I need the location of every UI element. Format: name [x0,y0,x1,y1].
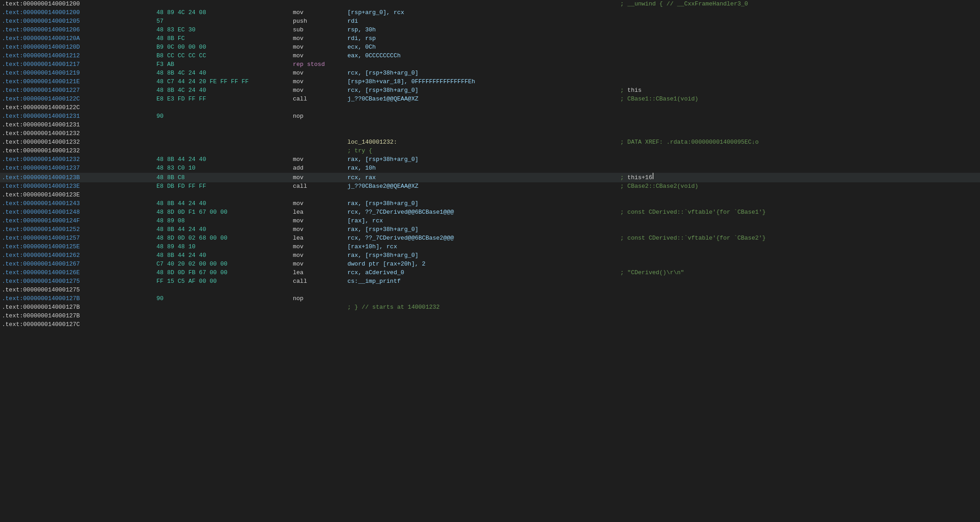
operands: rsp, 30h [347,26,620,35]
address: .text:000000014000122C [2,95,156,104]
mnemonic: mov [293,243,347,251]
operands: [rsp+38h+var_18], 0FFFFFFFFFFFFFFFEh [347,78,620,86]
table-row[interactable]: .text:000000014000127B [0,312,980,321]
table-row[interactable]: .text:000000014000121E48 C7 44 24 20 FE … [0,78,980,86]
comment: ; CBase2::CBase2(void) [620,182,699,191]
operands: dword ptr [rax+20h], 2 [347,260,620,269]
bytes: B9 0C 00 00 00 [156,43,293,52]
comment: ; const CDerived::`vftable'{for `CBase1'… [620,208,766,217]
table-row[interactable]: .text:0000000140001232loc_140001232:; DA… [0,138,980,147]
operands: rax, [rsp+38h+arg_0] [347,156,620,164]
table-row[interactable]: .text:000000014000123E [0,191,980,200]
mnemonic: nop [293,112,347,121]
bytes: 57 [156,17,293,26]
table-row[interactable]: .text:000000014000120DB9 0C 00 00 00move… [0,43,980,52]
mnemonic: mov [293,35,347,43]
table-row[interactable]: .text:0000000140001275 [0,286,980,295]
address: .text:0000000140001248 [2,208,156,217]
operands: ; } // starts at 140001232 [347,303,620,312]
table-row[interactable]: .text:000000014000124348 8B 44 24 40movr… [0,200,980,208]
table-row[interactable]: .text:0000000140001217F3 ABrep stosd [0,60,980,69]
disassembly-view[interactable]: .text:0000000140001200; __unwind { // __… [0,0,980,522]
address: .text:0000000140001252 [2,226,156,234]
table-row[interactable]: .text:0000000140001275FF 15 C5 AF 00 00c… [0,277,980,286]
table-row[interactable]: .text:000000014000122748 8B 4C 24 40movr… [0,86,980,95]
address: .text:0000000140001217 [2,60,156,69]
mnemonic: sub [293,26,347,35]
operands: j_??0CBase2@@QEAA@XZ [347,182,620,191]
operands: rcx, [rsp+38h+arg_0] [347,86,620,95]
operands: rax, 10h [347,164,620,173]
table-row[interactable]: .text:000000014000127C [0,321,980,329]
operands: ecx, 0Ch [347,43,620,52]
address: .text:000000014000126E [2,269,156,277]
address: .text:000000014000121E [2,78,156,86]
address: .text:0000000140001231 [2,112,156,121]
table-row[interactable]: .text:000000014000125E48 89 48 10mov[rax… [0,243,980,251]
table-row[interactable]: .text:000000014000125748 8D 0D 02 68 00 … [0,234,980,243]
comment: ; "CDerived()\r\n" [620,269,684,277]
address: .text:000000014000127B [2,312,156,321]
table-row[interactable]: .text:000000014000123748 83 C0 10addrax,… [0,164,980,173]
table-row[interactable]: .text:000000014000123EE8 DB FD FF FFcall… [0,182,980,191]
address: .text:000000014000120A [2,35,156,43]
address: .text:000000014000124F [2,217,156,226]
table-row[interactable]: .text:000000014000127B90nop [0,295,980,303]
table-row[interactable]: .text:0000000140001267C7 40 20 02 00 00 … [0,260,980,269]
bytes: 90 [156,112,293,121]
operands: rcx, ??_7CDerived@@6BCBase1@@@ [347,208,620,217]
address: .text:0000000140001219 [2,69,156,78]
comment: ; DATA XREF: .rdata:000000001400095EC↓o [620,138,759,147]
mnemonic: call [293,277,347,286]
address: .text:0000000140001237 [2,164,156,173]
table-row[interactable]: .text:0000000140001212B8 CC CC CC CCmove… [0,52,980,60]
table-row[interactable]: .text:000000014000123B48 8B C8movrcx, ra… [0,173,980,182]
table-row[interactable]: .text:000000014000120A48 8B FCmovrdi, rs… [0,35,980,43]
table-row[interactable]: .text:0000000140001200; __unwind { // __… [0,0,980,9]
mnemonic: lea [293,269,347,277]
table-row[interactable]: .text:0000000140001231 [0,121,980,130]
operands: eax, 0CCCCCCCCh [347,52,620,60]
address: .text:0000000140001227 [2,86,156,95]
operands: ; try { [347,147,620,156]
bytes: 48 83 EC 30 [156,26,293,35]
table-row[interactable]: .text:000000014000124848 8D 0D F1 67 00 … [0,208,980,217]
bytes: 48 8B FC [156,35,293,43]
address: .text:000000014000127B [2,295,156,303]
mnemonic: lea [293,208,347,217]
table-row[interactable]: .text:000000014000125248 8B 44 24 40movr… [0,226,980,234]
table-row[interactable]: .text:000000014000122C [0,104,980,112]
table-row[interactable]: .text:000000014000120648 83 EC 30subrsp,… [0,26,980,35]
table-row[interactable]: .text:000000014000123190nop [0,112,980,121]
table-row[interactable]: .text:000000014000121948 8B 4C 24 40movr… [0,69,980,78]
mnemonic: mov [293,174,347,182]
table-row[interactable]: .text:000000014000124F48 89 08mov[rax], … [0,217,980,226]
comment: ; CBase1::CBase1(void) [620,95,699,104]
mnemonic: mov [293,52,347,60]
table-row[interactable]: .text:000000014000122CE8 E3 FD FF FFcall… [0,95,980,104]
bytes: C7 40 20 02 00 00 00 [156,260,293,269]
table-row[interactable]: .text:000000014000126E48 8D 0D FB 67 00 … [0,269,980,277]
address: .text:0000000140001275 [2,286,156,295]
bytes: 48 8B C8 [156,174,293,182]
bytes: 48 89 4C 24 08 [156,9,293,17]
table-row[interactable]: .text:000000014000120557pushrdi [0,17,980,26]
bytes: F3 AB [156,60,293,69]
table-row[interactable]: .text:000000014000127B; } // starts at 1… [0,303,980,312]
bytes: 48 8D 0D F1 67 00 00 [156,208,293,217]
address: .text:0000000140001257 [2,234,156,243]
address: .text:0000000140001232 [2,130,156,138]
table-row[interactable]: .text:000000014000126248 8B 44 24 40movr… [0,251,980,260]
mnemonic: mov [293,86,347,95]
operands: rdi, rsp [347,35,620,43]
mnemonic: add [293,164,347,173]
table-row[interactable]: .text:0000000140001232; try { [0,147,980,156]
address: .text:000000014000127C [2,321,156,329]
address: .text:0000000140001212 [2,52,156,60]
table-row[interactable]: .text:000000014000123248 8B 44 24 40movr… [0,156,980,164]
table-row[interactable]: .text:0000000140001232 [0,130,980,138]
mnemonic: mov [293,9,347,17]
table-row[interactable]: .text:000000014000120048 89 4C 24 08mov[… [0,9,980,17]
bytes: E8 E3 FD FF FF [156,95,293,104]
address: .text:0000000140001200 [2,0,156,9]
